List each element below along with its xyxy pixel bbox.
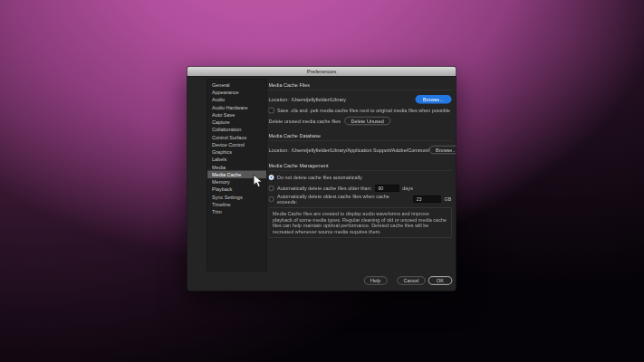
section-title-media-cache-files: Media Cache Files <box>269 81 452 91</box>
desktop-background: { "window": { "title": "Preferences" }, … <box>0 0 644 362</box>
save-next-to-original-row: Save .cfa and .pek media cache files nex… <box>269 107 452 115</box>
delete-when-exceeds-label: Automatically delete oldest cache files … <box>277 194 410 205</box>
radio-row-delete-older-than: Automatically delete cache files older t… <box>269 184 452 193</box>
sidebar-item-auto-save[interactable]: Auto Save <box>207 111 266 119</box>
delete-older-than-days-input[interactable] <box>375 185 399 192</box>
preferences-dialog: Preferences General Appearance Audio Aud… <box>187 66 457 291</box>
media-cache-panel: Media Cache Files Location: /Users/jelly… <box>269 80 452 239</box>
dialog-footer: Help Cancel OK <box>187 276 453 286</box>
save-next-to-original-label: Save .cfa and .pek media cache files nex… <box>277 108 450 113</box>
delete-unused-label: Delete unused media cache files <box>269 118 341 123</box>
delete-older-than-radio[interactable] <box>269 186 274 191</box>
delete-when-exceeds-gb-input[interactable] <box>414 195 441 203</box>
radio-row-do-not-delete: Do not delete cache files automatically <box>269 173 452 182</box>
cache-database-browse-button[interactable]: Browse... <box>429 146 457 154</box>
sidebar-item-general[interactable]: General <box>207 81 266 89</box>
sidebar-item-device-control[interactable]: Device Control <box>207 141 266 148</box>
sidebar-item-sync-settings[interactable]: Sync Settings <box>207 193 266 200</box>
delete-older-than-unit: days <box>402 186 413 191</box>
cache-database-location-row: Location: /Users/jellyfielder/Library/Ap… <box>269 145 452 155</box>
cache-files-location-label: Location: <box>269 97 289 102</box>
save-next-to-original-checkbox[interactable] <box>269 108 274 113</box>
ok-button[interactable]: OK <box>428 277 452 285</box>
help-button[interactable]: Help <box>364 277 387 285</box>
sidebar-item-audio-hardware[interactable]: Audio Hardware <box>207 103 266 110</box>
mouse-cursor-icon <box>253 174 263 188</box>
sidebar-item-audio[interactable]: Audio <box>207 96 266 103</box>
sidebar-item-appearance[interactable]: Appearance <box>207 89 266 96</box>
sidebar-item-labels[interactable]: Labels <box>207 156 266 163</box>
cache-database-location-label: Location: <box>269 148 289 153</box>
cache-files-location-row: Location: /Users/jellyfielder/Library Br… <box>269 94 452 104</box>
sidebar-item-graphics[interactable]: Graphics <box>207 148 266 156</box>
dialog-title: Preferences <box>307 68 336 74</box>
sidebar-item-trim[interactable]: Trim <box>207 208 266 215</box>
sidebar-item-media[interactable]: Media <box>207 163 266 170</box>
sidebar-item-collaboration[interactable]: Collaboration <box>207 126 266 133</box>
cache-files-location-value: /Users/jellyfielder/Library <box>292 97 346 102</box>
radio-row-delete-when-exceeds: Automatically delete oldest cache files … <box>269 195 452 204</box>
delete-when-exceeds-radio[interactable] <box>269 196 274 202</box>
do-not-delete-label: Do not delete cache files automatically <box>277 175 362 180</box>
delete-when-exceeds-unit: GB <box>445 196 452 202</box>
dialog-titlebar[interactable]: Preferences <box>187 67 457 77</box>
delete-unused-row: Delete unused media cache files Delete U… <box>269 116 452 126</box>
section-title-media-cache-database: Media Cache Database <box>269 132 452 142</box>
delete-unused-button[interactable]: Delete Unused <box>344 117 389 125</box>
delete-older-than-label: Automatically delete cache files older t… <box>277 186 371 191</box>
cache-database-location-value: /Users/jellyfielder/Library/Application … <box>292 148 429 153</box>
cache-files-browse-button[interactable]: Browse... <box>416 95 452 104</box>
sidebar-item-control-surface[interactable]: Control Surface <box>207 133 266 140</box>
do-not-delete-radio[interactable] <box>269 175 274 180</box>
cancel-button[interactable]: Cancel <box>397 277 425 285</box>
sidebar-item-capture[interactable]: Capture <box>207 119 266 126</box>
section-title-media-cache-management: Media Cache Management <box>269 161 452 171</box>
sidebar-item-timeline[interactable]: Timeline <box>207 201 266 208</box>
media-cache-description: Media Cache files are created to display… <box>269 207 452 238</box>
